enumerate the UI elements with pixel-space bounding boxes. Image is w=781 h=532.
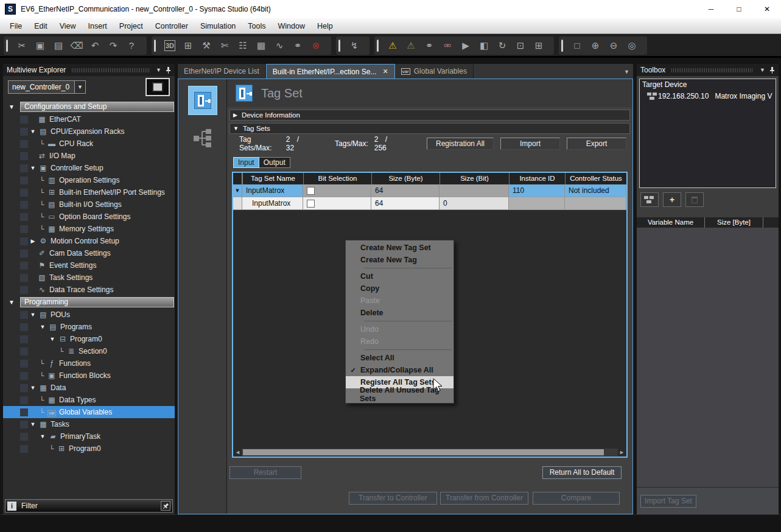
watch-icon[interactable]: ⚭ xyxy=(420,37,438,55)
tree-item-cam-data-settings[interactable]: ✐Cam Data Settings xyxy=(3,247,175,259)
menu-item-create-new-tag[interactable]: Create New Tag xyxy=(346,254,454,266)
tree-item-memory-settings[interactable]: └▦Memory Settings xyxy=(3,223,175,235)
horizontal-scrollbar[interactable]: ◄ ► xyxy=(233,448,626,457)
variable-usage-icon[interactable]: ∿ xyxy=(270,37,289,55)
tree-item-operation-settings[interactable]: └▥Operation Settings xyxy=(3,174,175,186)
menu-simulation[interactable]: Simulation xyxy=(194,22,242,30)
tree-item-built-in-ethernet-ip-port-settings[interactable]: └⊞Built-in EtherNet/IP Port Settings xyxy=(3,186,175,198)
panel-menu-icon[interactable]: ▼ xyxy=(156,67,161,73)
tree-item-programs[interactable]: ▼▤Programs xyxy=(3,321,175,333)
menu-item-select-all[interactable]: Select All xyxy=(346,352,454,364)
tree-item-data-trace-settings[interactable]: ∿Data Trace Settings xyxy=(3,284,175,296)
clear-warning-icon[interactable]: ⚠ xyxy=(402,37,420,55)
tree-item-program0[interactable]: └⊞Program0 xyxy=(3,443,175,455)
menu-window[interactable]: Window xyxy=(272,22,311,30)
tag-set-view-button[interactable] xyxy=(189,86,217,114)
tree-section-programming[interactable]: ▼Programming xyxy=(3,296,175,308)
minimize-button[interactable]: ─ xyxy=(697,0,725,18)
window-layout-icon[interactable]: ⊞ xyxy=(179,37,197,55)
check-all-programs-icon[interactable]: ▦ xyxy=(252,37,270,55)
tree-item-functions[interactable]: └ƒFunctions xyxy=(3,357,175,369)
add-tag-button[interactable]: + xyxy=(663,192,681,207)
tree-item-built-in-i-o-settings[interactable]: └▤Built-in I/O Settings xyxy=(3,198,175,211)
tree-item-task-settings[interactable]: ▧Task Settings xyxy=(3,271,175,284)
delete-device-button[interactable] xyxy=(685,192,704,207)
run-icon[interactable]: ▶ xyxy=(457,37,475,55)
monitor-icon[interactable]: ⊡ xyxy=(511,37,530,55)
collapse-icon[interactable]: ▼ xyxy=(47,336,57,342)
cell-controller-status[interactable] xyxy=(565,197,626,209)
cell-controller-status[interactable]: Not included xyxy=(565,184,626,197)
column-header-size-byte-[interactable]: Size [Byte] xyxy=(705,217,763,228)
tree-item-section0[interactable]: └≣Section0 xyxy=(3,345,175,357)
menu-item-copy[interactable]: Copy xyxy=(346,282,454,295)
column-header-controller-status[interactable]: Controller Status xyxy=(565,173,626,184)
collapse-icon[interactable]: ▼ xyxy=(28,165,38,171)
menu-item-create-new-tag-set[interactable]: Create New Tag Set xyxy=(346,242,454,254)
check-program-icon[interactable]: ☷ xyxy=(234,37,252,55)
tree-item-i-o-map[interactable]: ⇄I/O Map xyxy=(3,150,175,162)
tree-item-ethercat[interactable]: ▦EtherCAT xyxy=(3,113,175,125)
tree-item-controller-setup[interactable]: ▼▣Controller Setup xyxy=(3,162,175,174)
tab-ethernet-ip-device-list[interactable]: EtherNet/IP Device List xyxy=(178,64,266,79)
row-expander-icon[interactable]: ▼ xyxy=(233,184,242,197)
collapse-icon[interactable]: ▼ xyxy=(38,433,47,439)
checkbox[interactable] xyxy=(307,187,315,195)
device-list-item[interactable]: 192.168.250.10Matrox Imaging V xyxy=(640,90,776,102)
menu-item-cut[interactable]: Cut xyxy=(346,270,454,282)
tree-item-data[interactable]: ▼▦Data xyxy=(3,382,175,394)
collapse-icon[interactable]: ▼ xyxy=(28,421,38,427)
transfer-from-controller-button[interactable]: Transfer from Controller xyxy=(440,492,528,505)
compare-button[interactable]: Compare xyxy=(533,492,620,505)
connection-view-button[interactable] xyxy=(189,124,217,152)
3d-view-icon[interactable]: 3D xyxy=(164,40,175,51)
pin-icon[interactable] xyxy=(165,66,171,74)
maximize-button[interactable]: □ xyxy=(725,0,753,18)
search-icon[interactable]: ⚭ xyxy=(289,37,307,55)
cell-instance-id[interactable]: 110 xyxy=(509,184,565,197)
tree-item-event-settings[interactable]: ⚑Event Settings xyxy=(3,259,175,271)
column-header-tag-set-name[interactable]: Tag Set Name xyxy=(242,173,303,184)
tree-item-primarytask[interactable]: ▼▰PrimaryTask xyxy=(3,430,175,443)
cell-size-bit-[interactable] xyxy=(440,184,509,197)
menu-item-delete[interactable]: Delete xyxy=(346,307,454,319)
panel-menu-icon[interactable]: ▼ xyxy=(760,67,765,73)
fit-view-icon[interactable]: □ xyxy=(568,37,586,55)
cell-instance-id[interactable] xyxy=(509,197,565,209)
scroll-left-icon[interactable]: ◄ xyxy=(234,449,242,456)
transfer-to-controller-button[interactable]: Transfer to Controller xyxy=(349,492,437,505)
tree-item-motion-control-setup[interactable]: ▶⚙Motion Control Setup xyxy=(3,235,175,247)
collapse-icon[interactable]: ▼ xyxy=(38,324,47,330)
build-icon[interactable]: ⚒ xyxy=(197,37,215,55)
tree-section-configurations-and-setup[interactable]: ▼Configurations and Setup xyxy=(3,101,175,113)
menu-edit[interactable]: Edit xyxy=(28,22,54,30)
zoom-out-icon[interactable]: ⊖ xyxy=(604,37,623,55)
tree-item-function-blocks[interactable]: └▣Function Blocks xyxy=(3,369,175,382)
column-header-size-byte-[interactable]: Size (Byte) xyxy=(371,173,440,184)
tree-item-cpu-expansion-racks[interactable]: ▼▤CPU/Expansion Racks xyxy=(3,125,175,138)
cell-bit-selection[interactable] xyxy=(303,197,371,209)
tree-item-program0[interactable]: ▼⊟Program0 xyxy=(3,333,175,345)
menu-tools[interactable]: Tools xyxy=(242,22,271,30)
pin-icon[interactable] xyxy=(769,66,775,74)
collapse-icon[interactable]: ▼ xyxy=(28,312,38,318)
menu-project[interactable]: Project xyxy=(113,22,149,30)
scrollbar-track[interactable] xyxy=(242,449,618,456)
table-row[interactable]: InputMatrox640 xyxy=(233,197,626,210)
run-multiple-icon[interactable]: ◧ xyxy=(475,37,493,55)
abort-icon[interactable]: ⊗ xyxy=(307,37,325,55)
menu-controller[interactable]: Controller xyxy=(149,22,194,30)
column-header-bit-selection[interactable]: Bit Selection xyxy=(303,173,371,184)
menu-help[interactable]: Help xyxy=(311,22,339,30)
restart-button[interactable]: Restart xyxy=(229,466,301,479)
cell-size-byte-[interactable]: 64 xyxy=(371,184,440,197)
zoom-in-icon[interactable]: ⊕ xyxy=(586,37,604,55)
tree-item-global-variables[interactable]: └varGlobal Variables xyxy=(3,406,175,418)
device-information-header[interactable]: ▶ Device Information xyxy=(229,110,630,121)
cell-size-byte-[interactable]: 64 xyxy=(371,197,440,209)
add-device-button[interactable] xyxy=(640,192,659,207)
tree-item-cpu-rack[interactable]: └▬CPU Rack xyxy=(3,138,175,150)
tab-list-dropdown-icon[interactable]: ▼ xyxy=(624,69,629,75)
tree-item-data-types[interactable]: └▦Data Types xyxy=(3,394,175,406)
copy-icon[interactable]: ▣ xyxy=(31,37,49,55)
